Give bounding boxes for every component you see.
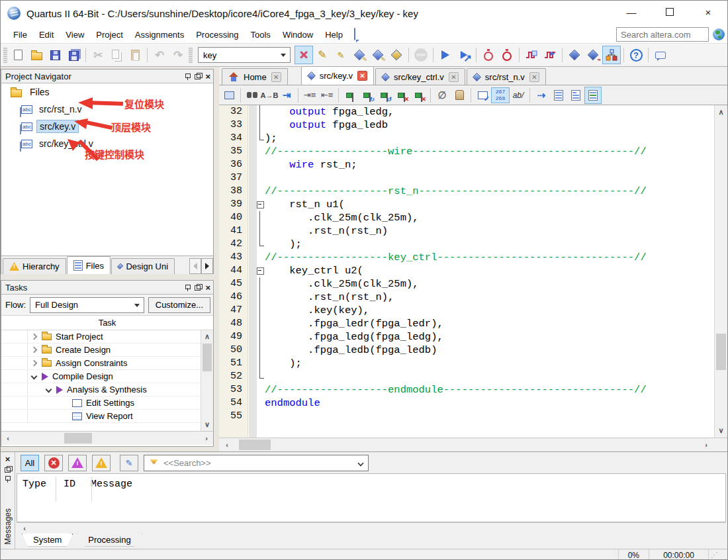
indent-button[interactable]: ⇥≡	[301, 87, 318, 104]
scroll-left-icon[interactable]: ‹	[223, 441, 231, 449]
delete-all-bookmarks-button[interactable]: ✕	[410, 87, 428, 104]
all-filter-button[interactable]: All	[21, 455, 39, 471]
maximize-button[interactable]	[651, 1, 689, 23]
rtl-viewer-button[interactable]	[602, 46, 621, 64]
design-partitions-button[interactable]: ✎	[369, 46, 387, 64]
close-icon[interactable]: ×	[5, 455, 11, 463]
goto-matching-button[interactable]: ⇢	[533, 87, 550, 104]
task-row-compile-design[interactable]: Compile Design	[1, 370, 213, 383]
task-row-start-project[interactable]: Start Project	[1, 330, 213, 344]
float-icon[interactable]	[5, 466, 11, 473]
messages-tab-processing[interactable]: Processing	[77, 534, 142, 547]
goto-button[interactable]: ⇥	[278, 87, 295, 104]
editor-vertical-scrollbar[interactable]: ∧ ∨	[714, 105, 727, 438]
code-line-37[interactable]: 37	[219, 171, 727, 185]
rapid-recompile-button[interactable]: ↗	[455, 46, 473, 64]
stop-button[interactable]: STOP	[412, 46, 430, 64]
pin-icon[interactable]	[5, 475, 11, 483]
save-all-button[interactable]	[64, 46, 83, 64]
unindent-button[interactable]: ⇤≡	[318, 87, 336, 104]
resize-grip[interactable]: ⋰	[708, 549, 727, 560]
code-editor[interactable]: 32 output fpga_ledg,33 output fpga_ledb3…	[219, 105, 727, 438]
task-row-view-report[interactable]: View Report	[1, 410, 213, 423]
undo-button[interactable]: ↶	[150, 46, 169, 64]
code-line-40[interactable]: 40 .clk_25m(clk_25m),	[219, 211, 727, 224]
help-button[interactable]: ?	[627, 46, 645, 64]
uncomment-button[interactable]	[567, 87, 584, 104]
file-item-src-key-v[interactable]: abcsrc/key.v	[1, 118, 213, 135]
code-line-54[interactable]: 54endmodule	[219, 397, 727, 410]
scrollbar-thumb[interactable]	[716, 334, 726, 370]
menu-window[interactable]: Window	[277, 28, 319, 42]
editor-horizontal-scrollbar[interactable]: ‹ ›	[219, 438, 727, 451]
chevron-down-icon[interactable]	[46, 387, 52, 393]
scroll-left-icon[interactable]: ‹	[21, 524, 28, 532]
scroll-down-icon[interactable]: ∨	[201, 420, 213, 429]
close-icon[interactable]: ×	[205, 72, 210, 81]
flow-select[interactable]: Full Design	[30, 297, 144, 313]
float-icon[interactable]	[195, 73, 201, 79]
line-numbers-toggle[interactable]: 267268	[491, 87, 510, 103]
globe-icon[interactable]	[713, 28, 725, 40]
chevron-right-icon[interactable]	[31, 334, 38, 340]
simulation-settings-button[interactable]	[541, 46, 559, 64]
fold-marker[interactable]	[248, 264, 265, 277]
scroll-up-icon[interactable]: ∧	[201, 332, 213, 341]
tasks-horizontal-scrollbar[interactable]: ‹ ›	[1, 431, 213, 445]
tab-design-units[interactable]: Design Uni	[111, 258, 175, 274]
files-root[interactable]: Files	[1, 83, 213, 101]
timing-analyzer-button[interactable]	[498, 46, 516, 64]
chevron-down-icon[interactable]	[31, 373, 38, 380]
chip-planner-button[interactable]: ✎	[350, 46, 369, 64]
check-syntax-button[interactable]: ✓	[474, 87, 491, 104]
close-icon[interactable]: ×	[205, 283, 210, 292]
tab-files[interactable]: Files	[67, 256, 111, 274]
code-line-33[interactable]: 33 output fpga_ledb	[219, 118, 727, 132]
pin-icon[interactable]	[185, 284, 191, 291]
tab-scroll-right-button[interactable]	[201, 258, 213, 274]
code-line-45[interactable]: 45 .clk_25m(clk_25m),	[219, 277, 727, 291]
replace-button[interactable]: A→B	[261, 87, 278, 104]
menu-assignments[interactable]: Assignments	[129, 28, 190, 42]
scrollbar-thumb[interactable]	[239, 440, 271, 450]
scroll-right-icon[interactable]: ›	[702, 441, 710, 449]
feedback-bubble-icon[interactable]	[354, 28, 355, 40]
block-comment-button[interactable]	[584, 87, 602, 104]
scroll-left-icon[interactable]: ‹	[4, 434, 12, 442]
editor-tab-home[interactable]: Home✕	[222, 68, 288, 85]
toggle-bookmark-button[interactable]	[341, 87, 359, 104]
detach-window-button[interactable]	[220, 87, 238, 104]
toolbar-grip[interactable]	[189, 47, 193, 63]
tasks-vertical-scrollbar[interactable]: ∧ ∨	[201, 330, 213, 431]
pin-planner-button[interactable]: ✎	[332, 46, 350, 64]
message-search-combo[interactable]: <<Search>>	[144, 455, 369, 471]
code-line-39[interactable]: 39 rst_n u1(	[219, 198, 727, 211]
code-line-49[interactable]: 49 .fpga_ledg(fpga_ledg),	[219, 330, 727, 344]
macro-button[interactable]	[451, 87, 468, 104]
code-line-48[interactable]: 48 .fpga_ledr(fpga_ledr),	[219, 317, 727, 330]
code-line-44[interactable]: 44 key_ctrl u2(	[219, 264, 727, 277]
pin-icon[interactable]	[185, 73, 191, 80]
scrollbar-thumb[interactable]	[203, 344, 212, 371]
editor-tab-src-key-ctrl-v[interactable]: src/key_ctrl.v✕	[375, 68, 465, 85]
code-line-52[interactable]: 52	[219, 370, 727, 383]
simulator-button[interactable]	[522, 46, 541, 64]
programmer-button[interactable]	[565, 46, 584, 64]
code-line-35[interactable]: 35//------------------wire--------------…	[219, 145, 727, 158]
flag-filter-button[interactable]: ✎	[120, 455, 138, 471]
customize-button[interactable]: Customize...	[148, 297, 210, 313]
critical-warning-filter-button[interactable]: !	[68, 455, 87, 471]
feedback-button[interactable]	[651, 46, 670, 64]
task-row-create-design[interactable]: Create Design	[1, 344, 213, 357]
scrollbar-thumb[interactable]	[64, 433, 92, 443]
code-line-50[interactable]: 50 .fpga_ledb(fpga_ledb)	[219, 344, 727, 357]
word-wrap-button[interactable]: ab/	[510, 87, 527, 104]
messages-table[interactable]: Type ID Message	[17, 473, 726, 522]
attach-file-button[interactable]: ∅	[433, 87, 451, 104]
menu-edit[interactable]: Edit	[33, 28, 60, 42]
code-line-46[interactable]: 46 .rst_n(rst_n),	[219, 291, 727, 304]
error-filter-button[interactable]: ✕	[44, 455, 63, 471]
open-file-button[interactable]	[27, 46, 46, 64]
scroll-right-icon[interactable]: ›	[203, 434, 210, 442]
task-row-assign-constraints[interactable]: Assign Constraints	[1, 357, 213, 370]
